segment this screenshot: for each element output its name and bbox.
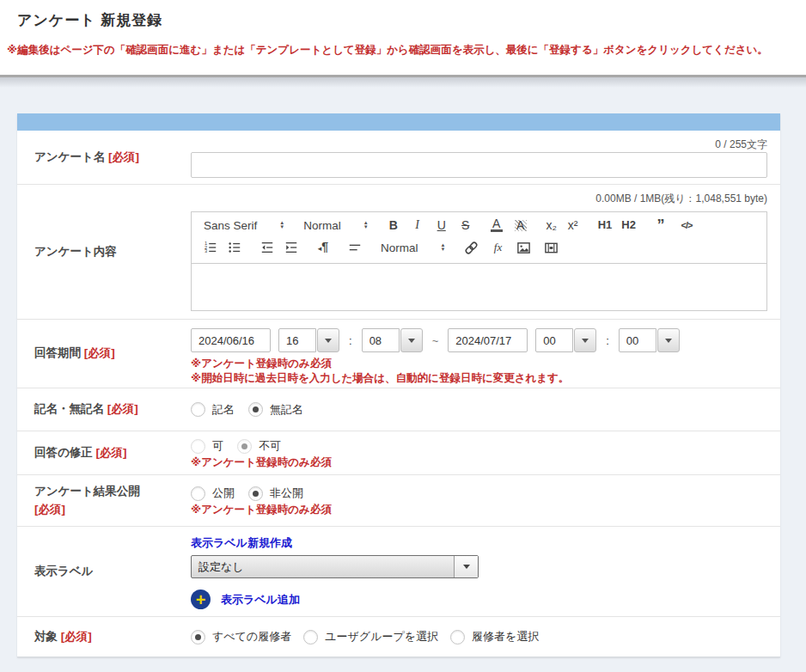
row-result-publish: アンケート結果公開 [必須] 公開 非公開 ※アンケート登録時のみ必須 (17, 475, 780, 527)
label-text: アンケート名 (34, 150, 105, 163)
radio-button[interactable] (191, 486, 205, 501)
radio-option-anonymous[interactable]: 無記名 (248, 402, 303, 418)
link-icon[interactable] (464, 241, 479, 255)
answer-modify-options: 可 不可 (191, 438, 767, 454)
label-text: 記名・無記名 (34, 402, 104, 415)
bullet-list-icon[interactable] (228, 241, 241, 254)
radio-option-named[interactable]: 記名 (191, 402, 235, 418)
start-minute-input[interactable] (362, 328, 400, 352)
video-icon[interactable] (544, 241, 559, 255)
align-icon[interactable] (348, 241, 362, 254)
answer-period-label: 回答期間 [必須] (17, 320, 191, 388)
end-hour-input[interactable] (535, 328, 573, 352)
period-note-2: ※開始日時に過去日時を入力した場合は、自動的に登録日時に変更されます。 (191, 371, 767, 386)
radio-option-deny[interactable]: 不可 (237, 438, 281, 454)
survey-form-panel: アンケート名 [必須] 0 / 255文字 アンケート内容 0.00MB / 1… (17, 113, 780, 657)
text-color-icon[interactable]: A (491, 218, 503, 232)
create-display-label-link[interactable]: 表示ラベル新規作成 (191, 536, 292, 549)
result-publish-label: アンケート結果公開 [必須] (17, 475, 191, 526)
superscript-icon[interactable]: x² (567, 218, 579, 232)
header1-icon[interactable]: H1 (598, 218, 613, 232)
end-hour-spinner (535, 328, 596, 352)
start-hour-input[interactable] (278, 328, 316, 352)
text-direction-icon[interactable]: ◂¶ (317, 240, 329, 255)
underline-icon[interactable]: U (436, 218, 448, 232)
add-label-button[interactable]: + (191, 590, 211, 609)
radio-button[interactable] (248, 486, 263, 501)
start-minute-spinner (362, 328, 423, 352)
panel-header-bar (17, 113, 780, 131)
radio-button[interactable] (191, 630, 205, 645)
size-counter: 0.00MB / 1MB(残り：1,048,551 byte) (191, 185, 767, 206)
strike-icon[interactable]: S (460, 218, 472, 232)
radio-option-select-students[interactable]: 履修者を選択 (450, 629, 539, 645)
indent-group (260, 241, 298, 254)
survey-name-input[interactable] (191, 152, 767, 178)
code-block-icon[interactable]: </> (681, 218, 693, 232)
chevron-down-icon (408, 339, 415, 343)
background-color-icon[interactable]: A (515, 220, 527, 231)
target-label: 対象 [必須] (17, 617, 191, 657)
radio-label: 履修者を選択 (472, 629, 539, 645)
media-group: fx (464, 241, 559, 255)
blockquote-icon[interactable]: ” (655, 221, 667, 229)
radio-button[interactable] (191, 402, 205, 417)
display-label-label: 表示ラベル (17, 527, 191, 616)
colon-separator: : (604, 334, 611, 347)
picker-arrows-icon: ▲▼ (363, 221, 369, 229)
start-date-input[interactable] (191, 328, 271, 352)
start-hour-dropdown-button[interactable] (317, 328, 339, 352)
select-dropdown-button[interactable] (454, 556, 478, 577)
radio-button[interactable] (303, 630, 318, 645)
row-survey-name: アンケート名 [必須] 0 / 255文字 (17, 131, 780, 185)
display-label-select[interactable]: 設定なし (191, 555, 479, 578)
subscript-icon[interactable]: x₂ (546, 218, 558, 232)
radio-option-allow[interactable]: 可 (191, 438, 223, 454)
radio-label: 非公開 (270, 486, 303, 501)
radio-option-public[interactable]: 公開 (191, 486, 235, 501)
radio-label: 可 (212, 438, 223, 454)
font-picker-value: Sans Serif (204, 219, 257, 232)
add-display-label-link[interactable]: 表示ラベル追加 (221, 592, 300, 608)
radio-option-private[interactable]: 非公開 (248, 486, 303, 501)
radio-option-all-students[interactable]: すべての履修者 (191, 629, 291, 645)
header-picker[interactable]: Normal ▲▼ (303, 219, 368, 232)
target-options: すべての履修者 ユーザグループを選択 履修者を選択 (191, 629, 539, 645)
formula-icon[interactable]: fx (492, 241, 504, 254)
header-shadow (0, 77, 806, 88)
end-hour-dropdown-button[interactable] (574, 328, 596, 352)
header-picker-value: Normal (303, 219, 341, 232)
select-value: 設定なし (192, 556, 454, 577)
script-group: x₂ x² (546, 218, 579, 232)
radio-button[interactable] (248, 402, 263, 417)
radio-button[interactable] (450, 630, 465, 645)
editor-content-area[interactable] (192, 264, 766, 310)
radio-option-user-group[interactable]: ユーザグループを選択 (303, 629, 438, 645)
font-picker[interactable]: Sans Serif ▲▼ (204, 219, 284, 232)
ordered-list-icon[interactable]: 123 (204, 241, 217, 254)
image-icon[interactable] (516, 241, 531, 255)
picker-arrows-icon: ▲▼ (441, 243, 446, 252)
end-minute-spinner (619, 328, 680, 352)
size-picker-value: Normal (381, 241, 418, 254)
required-badge: [必須] (84, 346, 115, 359)
indent-icon[interactable] (284, 241, 298, 254)
bold-icon[interactable]: B (388, 218, 400, 232)
required-badge: [必須] (107, 402, 138, 415)
outdent-icon[interactable] (260, 241, 274, 254)
end-minute-input[interactable] (619, 328, 656, 352)
start-minute-dropdown-button[interactable] (400, 328, 423, 352)
format-group: B I U S (388, 218, 472, 232)
label-text: 回答期間 (34, 346, 81, 359)
header2-icon[interactable]: H2 (621, 218, 636, 232)
end-minute-dropdown-button[interactable] (657, 328, 680, 352)
period-note-1: ※アンケート登録時のみ必須 (191, 357, 767, 371)
italic-icon[interactable]: I (412, 218, 424, 232)
radio-button[interactable] (237, 439, 252, 454)
end-date-input[interactable] (448, 328, 528, 352)
chevron-down-icon (325, 339, 332, 343)
radio-button[interactable] (191, 439, 205, 454)
size-picker[interactable]: Normal ▲▼ (381, 241, 445, 254)
result-publish-options: 公開 非公開 (191, 486, 767, 501)
row-answer-period: 回答期間 [必須] : ~ : (17, 320, 780, 388)
